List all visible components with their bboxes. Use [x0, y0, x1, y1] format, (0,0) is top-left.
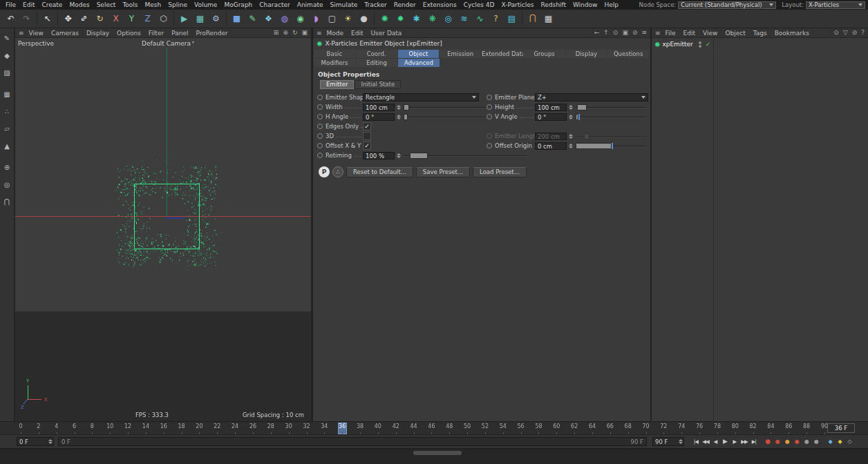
edges-only-checkbox[interactable]: ✓ — [363, 122, 371, 130]
keyframe-selection-button[interactable]: ◆ — [835, 437, 845, 446]
frame-label-90[interactable]: 90 — [821, 423, 828, 429]
object-menu-object[interactable]: Object — [725, 30, 745, 37]
slider-handle[interactable] — [404, 114, 408, 120]
workplane-icon[interactable]: ▦ — [540, 11, 556, 27]
snap-magnet-icon[interactable]: ⋃ — [525, 11, 540, 27]
goto-start-button[interactable]: |◀ — [691, 437, 701, 446]
v-angle-slider[interactable] — [576, 113, 646, 121]
viewport-menu-cameras[interactable]: Cameras — [51, 30, 79, 37]
frame-label-68[interactable]: 68 — [625, 423, 632, 429]
frame-label-78[interactable]: 78 — [714, 423, 721, 429]
animation-dot[interactable] — [317, 143, 323, 148]
frame-label-26[interactable]: 26 — [249, 423, 256, 429]
range-end-field[interactable]: 90 F — [652, 437, 684, 446]
h-angle-field[interactable]: 0 ° — [363, 113, 395, 121]
play-button[interactable]: ▶ — [720, 437, 730, 446]
menubar-item-edit[interactable]: Edit — [23, 1, 35, 8]
frame-label-74[interactable]: 74 — [678, 423, 685, 429]
insydium-logo-button[interactable]: P — [319, 166, 330, 177]
panel-menu-icon[interactable]: ≡ — [19, 30, 24, 37]
attributes-menu-mode[interactable]: Mode — [327, 30, 344, 37]
offset-x-y-checkbox[interactable]: ✓ — [363, 142, 371, 150]
frame-label-82[interactable]: 82 — [750, 423, 757, 429]
primitive-cube-icon[interactable]: ■ — [229, 11, 245, 27]
help-icon[interactable]: ? — [861, 30, 865, 36]
points-mode-icon[interactable]: ∴ — [1, 105, 14, 118]
frame-label-16[interactable]: 16 — [160, 423, 167, 429]
animation-dot[interactable] — [317, 95, 323, 100]
tab-modifiers[interactable]: Modifiers — [314, 59, 355, 67]
zoom-view-icon[interactable]: ⊕ — [283, 30, 288, 36]
viewport-menu-display[interactable]: Display — [86, 30, 109, 37]
frame-label-54[interactable]: 54 — [500, 423, 507, 429]
up-level-icon[interactable]: ↑ — [603, 30, 609, 36]
menubar-item-extensions[interactable]: Extensions — [423, 1, 457, 8]
height-slider[interactable] — [576, 104, 646, 111]
object-menu-view[interactable]: View — [703, 30, 717, 37]
prev-key-button[interactable]: ◀◀ — [701, 437, 710, 446]
frame-label-10[interactable]: 10 — [106, 423, 113, 429]
retiming-slider[interactable] — [404, 152, 527, 160]
pan-view-icon[interactable]: ⊞ — [274, 30, 279, 36]
xp-system-icon[interactable]: ✺ — [377, 11, 393, 27]
tab-advanced[interactable]: Advanced — [398, 59, 440, 67]
menubar-item-create[interactable]: Create — [42, 1, 63, 8]
z-axis-lock-icon[interactable]: Z — [140, 11, 155, 27]
material-icon[interactable]: ● — [356, 11, 372, 27]
frame-label-8[interactable]: 8 — [91, 423, 94, 429]
panel-menu-icon[interactable]: ≡ — [317, 30, 322, 37]
tab-object[interactable]: Object — [398, 50, 440, 58]
frame-label-34[interactable]: 34 — [321, 423, 328, 429]
menubar-item-window[interactable]: Window — [573, 1, 598, 8]
next-frame-button[interactable]: ▶ — [730, 437, 739, 446]
frame-label-12[interactable]: 12 — [124, 423, 131, 429]
solo-button[interactable]: ◇ — [845, 437, 854, 446]
spinner-arrows[interactable] — [395, 113, 402, 121]
menubar-item-redshift[interactable]: Redshift — [540, 1, 566, 8]
frame-label-58[interactable]: 58 — [535, 423, 542, 429]
xp-generator-icon[interactable]: ❋ — [424, 11, 440, 27]
spinner-arrows[interactable] — [677, 438, 683, 445]
xp-fluids-icon[interactable]: ≋ — [456, 11, 472, 27]
frame-label-72[interactable]: 72 — [660, 423, 667, 429]
frame-label-52[interactable]: 52 — [482, 423, 489, 429]
viewport-menu-view[interactable]: View — [29, 30, 44, 37]
keyframe-position-toggle[interactable]: ● — [773, 437, 782, 446]
next-key-button[interactable]: ▶▶ — [739, 437, 749, 446]
slider-handle[interactable] — [410, 153, 428, 159]
frame-label-2[interactable]: 2 — [37, 423, 40, 429]
viewport-menu-prorender[interactable]: ProRender — [196, 30, 227, 37]
load-preset-button[interactable]: Load Preset... — [473, 167, 527, 177]
keyframe-pla-toggle[interactable]: ● — [811, 437, 821, 446]
rotate-view-icon[interactable]: ↻ — [292, 30, 298, 36]
object-menu-bookmarks[interactable]: Bookmarks — [775, 30, 809, 37]
maximize-view-icon[interactable]: ▣ — [301, 30, 308, 36]
xp-question-icon[interactable]: ? — [488, 11, 504, 27]
viewport-menu-options[interactable]: Options — [117, 30, 141, 37]
frame-label-42[interactable]: 42 — [393, 423, 399, 429]
viewport-menu-panel[interactable]: Panel — [171, 30, 188, 37]
timeline-ruler[interactable]: 36 F 02468101214161820222426283032343638… — [0, 421, 868, 435]
history-back-icon[interactable]: ← — [594, 30, 600, 36]
lock-icon[interactable]: ⊘ — [632, 30, 638, 36]
frame-label-88[interactable]: 88 — [803, 423, 810, 429]
preview-range-slider[interactable]: 0 F 90 F — [58, 437, 647, 446]
menubar-item-mesh[interactable]: Mesh — [145, 1, 162, 8]
node-space-dropdown[interactable]: Current (Standard/Physical) — [678, 1, 776, 9]
xp-presets-button[interactable]: ∴ — [332, 166, 343, 177]
prev-frame-button[interactable]: ◀ — [710, 437, 720, 446]
tab-emission[interactable]: Emission — [440, 50, 481, 58]
autokey-button[interactable]: ◆ — [825, 437, 835, 446]
workplane-mode-icon[interactable]: ▦ — [1, 88, 14, 101]
animation-dot[interactable] — [487, 104, 492, 110]
frame-label-4[interactable]: 4 — [55, 423, 58, 429]
menubar-item-modes[interactable]: Modes — [69, 1, 89, 8]
keyframe-rotation-toggle[interactable]: ● — [792, 437, 802, 446]
frame-label-32[interactable]: 32 — [303, 423, 310, 429]
menubar-item-tools[interactable]: Tools — [122, 1, 138, 8]
frame-label-20[interactable]: 20 — [196, 423, 202, 429]
deformer-icon[interactable]: ◗ — [308, 11, 324, 27]
viewport-view-label[interactable]: Perspective — [18, 40, 54, 47]
h-angle-slider[interactable] — [404, 113, 487, 121]
frame-label-36[interactable]: 36 — [339, 423, 346, 429]
